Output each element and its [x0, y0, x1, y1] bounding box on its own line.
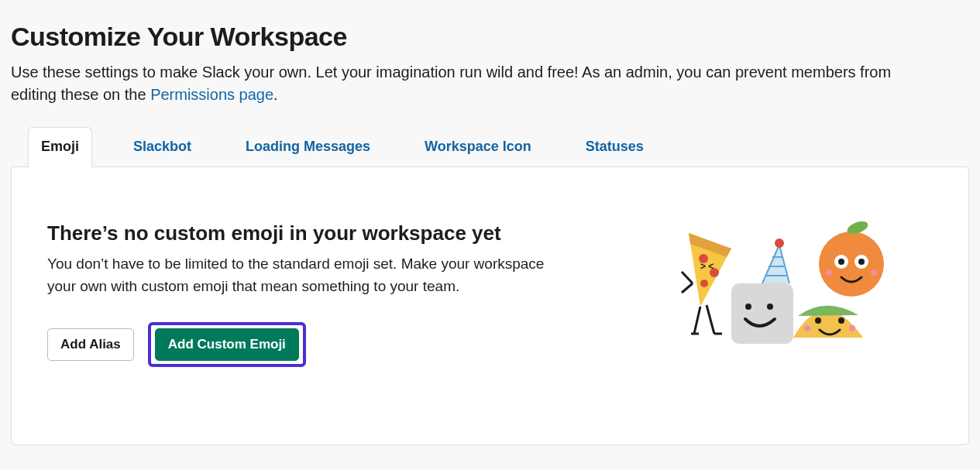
svg-point-28	[838, 259, 844, 265]
pizza-emoji-icon: > <	[682, 233, 731, 334]
tab-workspace-icon[interactable]: Workspace Icon	[411, 127, 545, 167]
svg-point-24	[819, 232, 884, 297]
tab-panel-emoji: There’s no custom emoji in your workspac…	[11, 166, 969, 445]
svg-point-18	[745, 304, 751, 310]
tab-slackbot[interactable]: Slackbot	[120, 127, 205, 167]
tab-statuses[interactable]: Statuses	[573, 127, 657, 167]
permissions-link[interactable]: Permissions page	[150, 86, 273, 103]
square-party-emoji-icon	[731, 238, 793, 344]
tabs-bar: Emoji Slackbot Loading Messages Workspac…	[11, 126, 969, 166]
svg-point-29	[858, 259, 865, 265]
svg-point-22	[804, 325, 810, 331]
intro-prefix: Use these settings to make Slack your ow…	[11, 63, 891, 103]
add-custom-emoji-button[interactable]: Add Custom Emoji	[155, 328, 299, 361]
svg-point-31	[871, 269, 877, 276]
page-title: Customize Your Workspace	[11, 22, 969, 52]
add-alias-button[interactable]: Add Alias	[47, 328, 134, 361]
taco-emoji-icon	[793, 306, 863, 338]
svg-point-20	[815, 317, 821, 324]
svg-point-21	[838, 317, 844, 324]
orange-emoji-icon	[819, 221, 884, 297]
tab-loading-messages[interactable]: Loading Messages	[232, 127, 383, 167]
svg-marker-11	[762, 245, 789, 283]
intro-text: Use these settings to make Slack your ow…	[11, 61, 902, 106]
svg-point-23	[849, 325, 855, 331]
svg-point-30	[826, 269, 832, 276]
svg-point-17	[775, 238, 784, 248]
svg-line-7	[682, 283, 693, 293]
svg-line-6	[682, 272, 693, 283]
svg-line-8	[694, 307, 700, 334]
action-row: Add Alias Add Custom Emoji	[47, 322, 559, 367]
svg-line-9	[707, 305, 714, 334]
tab-emoji[interactable]: Emoji	[28, 127, 92, 167]
svg-point-4	[700, 280, 708, 287]
svg-rect-10	[731, 283, 793, 344]
emoji-illustration: > <	[646, 221, 894, 353]
empty-state-title: There’s no custom emoji in your workspac…	[47, 221, 559, 245]
svg-text:> <: > <	[700, 261, 714, 272]
empty-state-description: You don’t have to be limited to the stan…	[47, 253, 559, 297]
svg-point-19	[767, 304, 773, 310]
add-custom-emoji-highlight: Add Custom Emoji	[148, 322, 306, 367]
intro-suffix: .	[273, 86, 278, 103]
